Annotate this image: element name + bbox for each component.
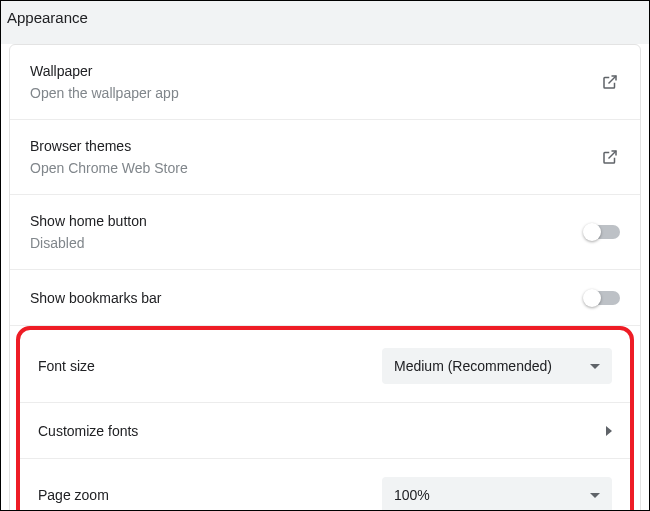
- home-button-toggle[interactable]: [584, 225, 620, 239]
- row-title: Show home button: [30, 213, 147, 229]
- chevron-right-icon: [606, 426, 612, 436]
- row-title: Customize fonts: [38, 423, 138, 439]
- row-title: Browser themes: [30, 138, 188, 154]
- font-size-row: Font size Medium (Recommended): [20, 330, 630, 403]
- browser-themes-row[interactable]: Browser themes Open Chrome Web Store: [10, 120, 640, 195]
- row-title: Show bookmarks bar: [30, 290, 162, 306]
- wallpaper-row[interactable]: Wallpaper Open the wallpaper app: [10, 45, 640, 120]
- customize-fonts-row[interactable]: Customize fonts: [20, 403, 630, 459]
- settings-panel: Wallpaper Open the wallpaper app Browser…: [9, 44, 641, 511]
- highlighted-group: Font size Medium (Recommended) Customize…: [16, 326, 634, 511]
- row-text: Wallpaper Open the wallpaper app: [30, 63, 179, 101]
- toggle-knob: [583, 289, 601, 307]
- row-title: Page zoom: [38, 487, 109, 503]
- chevron-down-icon: [590, 493, 600, 498]
- row-text: Browser themes Open Chrome Web Store: [30, 138, 188, 176]
- section-header: Appearance: [1, 1, 649, 44]
- external-link-icon: [600, 147, 620, 167]
- font-size-select[interactable]: Medium (Recommended): [382, 348, 612, 384]
- chevron-down-icon: [590, 364, 600, 369]
- row-text: Show bookmarks bar: [30, 290, 162, 306]
- row-subtitle: Disabled: [30, 235, 147, 251]
- bookmarks-bar-toggle[interactable]: [584, 291, 620, 305]
- row-subtitle: Open Chrome Web Store: [30, 160, 188, 176]
- toggle-knob: [583, 223, 601, 241]
- row-text: Show home button Disabled: [30, 213, 147, 251]
- row-title: Font size: [38, 358, 95, 374]
- show-bookmarks-bar-row: Show bookmarks bar: [10, 270, 640, 326]
- select-value: Medium (Recommended): [394, 358, 552, 374]
- select-value: 100%: [394, 487, 430, 503]
- section-title: Appearance: [7, 9, 88, 26]
- row-subtitle: Open the wallpaper app: [30, 85, 179, 101]
- page-zoom-select[interactable]: 100%: [382, 477, 612, 511]
- row-title: Wallpaper: [30, 63, 179, 79]
- external-link-icon: [600, 72, 620, 92]
- page-zoom-row: Page zoom 100%: [20, 459, 630, 511]
- show-home-button-row: Show home button Disabled: [10, 195, 640, 270]
